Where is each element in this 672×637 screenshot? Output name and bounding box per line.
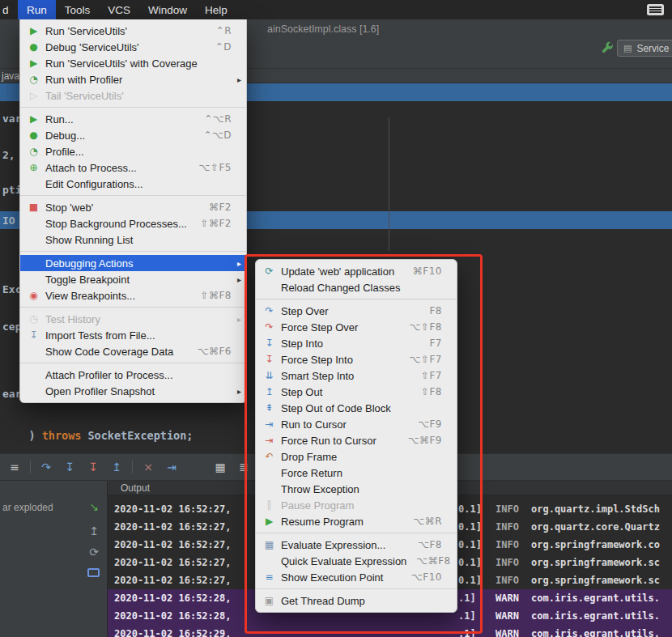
- menu-item-debug-serviceutils[interactable]: ●Debug 'ServiceUtils'⌃D: [20, 39, 246, 55]
- menu-item-show-running-list[interactable]: Show Running List: [20, 231, 246, 248]
- menu-item-show-code-coverage-data[interactable]: Show Code Coverage Data⌥⌘F6: [20, 343, 246, 359]
- code-fragment[interactable]: pti: [2, 184, 21, 196]
- redeploy-icon[interactable]: ↥: [86, 524, 102, 537]
- code-fragment[interactable]: ear: [2, 388, 21, 400]
- menu-item-debug[interactable]: ●Debug...⌃⌥D: [20, 127, 246, 143]
- step-out-icon[interactable]: ↥: [108, 461, 125, 474]
- menu-item-run-to-cursor[interactable]: ⇥Run to Cursor⌥F9: [256, 416, 457, 432]
- menu-item-label: Profile...: [45, 146, 222, 158]
- menu-item-toggle-breakpoint[interactable]: Toggle Breakpoint▸: [20, 271, 246, 287]
- drop-frame-icon[interactable]: ×: [140, 461, 156, 474]
- menu-item-view-breakpoints[interactable]: ◉View Breakpoints...⇧⌘F8: [20, 287, 246, 304]
- menu-item-label: Force Step Into: [281, 354, 400, 366]
- console-row[interactable]: 2020-11-02 16:52:29,.1]WARNcom.iris.egra…: [108, 625, 672, 637]
- code-fragment[interactable]: Exc: [2, 283, 21, 295]
- menu-item-shortcut: ⇧F8: [421, 386, 442, 397]
- menu-item-pause-program[interactable]: ‖Pause Program: [256, 497, 457, 513]
- menubar-item-tools[interactable]: Tools: [56, 0, 100, 19]
- log-logger: com.iris.egrant.utils.: [531, 592, 660, 604]
- menu-item-label: Update 'web' application: [281, 265, 403, 278]
- menu-item-step-into[interactable]: ↧Step IntoF7: [256, 335, 457, 351]
- menu-separator: [20, 107, 246, 108]
- menubar-clipped-item[interactable]: d: [2, 0, 9, 19]
- display-icon[interactable]: [647, 4, 664, 15]
- menu-item-label: Step Out: [281, 386, 411, 398]
- menubar-item-help[interactable]: Help: [196, 0, 236, 19]
- menu-item-stop-background-processes[interactable]: Stop Background Processes...⇧⌘F2: [20, 215, 246, 231]
- menu-item-show-execution-point[interactable]: ≡Show Execution Point⌥F10: [256, 569, 457, 585]
- smart-step-into-icon: ⇊: [262, 370, 276, 381]
- tab-output[interactable]: Output: [121, 482, 150, 494]
- menu-item-run[interactable]: ▶Run...⌃⌥R: [20, 111, 246, 127]
- code-fragment[interactable]: 2,: [2, 149, 15, 161]
- menu-item-debugging-actions[interactable]: Debugging Actions▸: [20, 255, 246, 271]
- menu-item-run-serviceutils[interactable]: ▶Run 'ServiceUtils'⌃R: [20, 23, 246, 39]
- run-to-cursor-icon[interactable]: ⇥: [164, 461, 180, 474]
- log-fragment: 0.1]: [458, 521, 482, 533]
- menu-separator: [256, 299, 457, 299]
- menu-item-update-web-application[interactable]: ⟳Update 'web' application⌘F10: [256, 263, 457, 279]
- menu-item-step-over[interactable]: ↷Step OverF8: [256, 303, 457, 319]
- update-icon: ⟳: [262, 265, 276, 277]
- menu-item-force-step-into[interactable]: ↧Force Step Into⌥⇧F7: [256, 351, 457, 367]
- menu-item-run-serviceutils-with-coverage[interactable]: ▶Run 'ServiceUtils' with Coverage: [20, 55, 246, 71]
- menu-item-label: Import Tests from File...: [45, 329, 222, 342]
- code-line[interactable]: )throwsSocketException;: [2, 416, 193, 455]
- menu-item-edit-configurations[interactable]: Edit Configurations...: [20, 176, 246, 192]
- menu-item-step-out-of-code-block[interactable]: ⇞Step Out of Code Block: [256, 400, 457, 416]
- menu-item-quick-evaluate-expression[interactable]: Quick Evaluate Expression⌥⌘F8: [256, 553, 457, 569]
- code-fragment[interactable]: var: [2, 113, 21, 125]
- menu-item-resume-program[interactable]: ▶Resume Program⌥⌘R: [256, 513, 457, 529]
- menubar-item-window[interactable]: Window: [139, 0, 196, 19]
- console-screen-icon[interactable]: [87, 568, 100, 577]
- menu-item-drop-frame[interactable]: ↶Drop Frame: [256, 448, 457, 465]
- menu-item-force-run-to-cursor[interactable]: ⇥Force Run to Cursor⌥⌘F9: [256, 432, 457, 448]
- menubar-item-vcs[interactable]: VCS: [99, 0, 139, 19]
- evaluate-icon[interactable]: ▦: [212, 461, 228, 474]
- menu-item-get-thread-dump[interactable]: ▣Get Thread Dump: [256, 592, 457, 609]
- log-level: INFO: [495, 557, 519, 568]
- coverage-icon: ▶: [27, 57, 40, 69]
- force-step-into-icon[interactable]: ↧: [85, 461, 101, 474]
- refresh-icon[interactable]: ⟳: [86, 546, 102, 558]
- menu-item-force-step-over[interactable]: ↷Force Step Over⌥⇧F8: [256, 319, 457, 335]
- log-level: WARN: [495, 610, 519, 622]
- menu-item-reload-changed-classes[interactable]: Reload Changed Classes: [256, 279, 457, 295]
- menu-item-run-with-profiler[interactable]: ◔Run with Profiler▸: [20, 71, 246, 87]
- menu-item-throw-exception[interactable]: Throw Exception: [256, 481, 457, 497]
- menu-item-profile[interactable]: ◔Profile...: [20, 143, 246, 159]
- editor-tab[interactable]: java: [2, 70, 19, 82]
- threads-icon[interactable]: ≣: [236, 461, 252, 474]
- breakpoints-icon: ◉: [27, 290, 40, 301]
- hamburger-icon[interactable]: ≡: [6, 461, 23, 474]
- menu-item-stop-web[interactable]: ■Stop 'web'⌘F2: [20, 199, 246, 215]
- menu-item-attach-to-process[interactable]: ⊕Attach to Process...⌥⇧F5: [20, 159, 246, 176]
- menu-item-step-out[interactable]: ↥Step Out⇧F8: [256, 384, 457, 400]
- log-logger: org.springframework.co: [531, 539, 660, 550]
- step-over-icon[interactable]: ↷: [38, 461, 54, 474]
- menu-item-import-tests-from-file[interactable]: ↧Import Tests from File...: [20, 327, 246, 343]
- menu-item-shortcut: ⇧⌘F2: [200, 218, 232, 229]
- log-fragment: 0.1]: [458, 557, 482, 568]
- run-config-selector[interactable]: ▤ Service: [617, 40, 672, 57]
- step-into-icon[interactable]: ↧: [62, 461, 78, 474]
- menu-item-evaluate-expression[interactable]: ▦Evaluate Expression...⌥F8: [256, 537, 457, 553]
- menu-item-test-history[interactable]: ◷Test History▸: [20, 311, 246, 327]
- menu-item-force-return[interactable]: Force Return: [256, 465, 457, 481]
- code-fragment[interactable]: cep: [2, 321, 21, 333]
- menu-item-attach-profiler-to-process[interactable]: Attach Profiler to Process...: [20, 367, 246, 383]
- menu-item-smart-step-into[interactable]: ⇊Smart Step Into⇧F7: [256, 367, 457, 384]
- run-icon: ▶: [27, 25, 40, 36]
- menu-item-tail-serviceutils[interactable]: ▷Tail 'ServiceUtils': [20, 87, 246, 104]
- build-wrench-icon[interactable]: [601, 41, 614, 54]
- menubar-item-run[interactable]: Run: [18, 0, 56, 19]
- toolbar-separator: [30, 461, 31, 474]
- code-exception: SocketException;: [87, 429, 193, 442]
- menu-item-open-profiler-snapshot[interactable]: Open Profiler Snapshot▸: [20, 383, 246, 399]
- log-level: INFO: [495, 503, 519, 515]
- menu-item-label: Force Step Over: [281, 321, 400, 333]
- deploy-icon[interactable]: ↘: [86, 500, 102, 513]
- thread-dump-icon: ▣: [262, 595, 276, 606]
- log-level: WARN: [495, 628, 519, 637]
- code-fragment[interactable]: IO: [2, 214, 15, 227]
